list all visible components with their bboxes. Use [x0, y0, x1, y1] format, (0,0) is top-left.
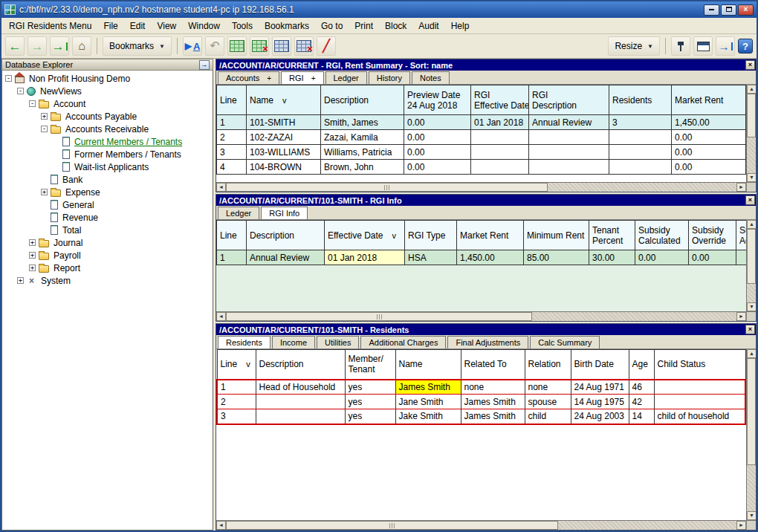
cell[interactable]: 1 — [217, 250, 247, 265]
tab-rgi[interactable]: RGI+ — [281, 71, 323, 84]
cell[interactable]: 0.00 — [672, 130, 746, 145]
column-header-description[interactable]: Description — [256, 350, 345, 380]
cell[interactable]: 0.00 — [404, 145, 471, 160]
cell[interactable]: 0.00 — [635, 250, 689, 265]
column-header-birth-date[interactable]: Birth Date — [571, 350, 629, 380]
expander-icon[interactable]: - — [17, 88, 24, 94]
scroll-left-icon[interactable]: ◄ — [216, 312, 226, 321]
tree-item-expense[interactable]: +Expense — [2, 186, 213, 198]
column-header-market-rent[interactable]: Market Rent — [672, 85, 746, 115]
cell[interactable]: 3 — [609, 115, 672, 130]
tree-item-revenue[interactable]: Revenue — [2, 211, 213, 224]
expander-icon[interactable]: + — [29, 265, 36, 271]
expander-icon[interactable]: + — [29, 252, 36, 259]
column-header-rgi-description[interactable]: RGIDescription — [529, 85, 609, 115]
tree-item-journal[interactable]: +Journal — [2, 236, 213, 249]
tab-final-adjustments[interactable]: Final Adjustments — [447, 336, 528, 348]
column-header-child-status[interactable]: Child Status — [654, 350, 745, 380]
cell[interactable]: 0.00 — [404, 115, 471, 130]
scroll-down-icon[interactable]: ▼ — [747, 302, 757, 311]
tree-item-system[interactable]: +×System — [2, 274, 213, 287]
menu-help[interactable]: Help — [445, 19, 476, 33]
cell[interactable]: HSA — [405, 250, 457, 265]
menu-bookmarks[interactable]: Bookmarks — [259, 19, 315, 33]
cell[interactable]: 24 Aug 2003 — [571, 409, 629, 424]
cell[interactable]: 0.00 — [689, 250, 736, 265]
resize-dropdown[interactable]: Resize▼ — [608, 36, 660, 56]
cell[interactable]: 104-BROWN — [247, 160, 321, 175]
cell[interactable]: 102-ZAZAI — [247, 130, 321, 145]
cell[interactable]: Annual Review — [529, 115, 609, 130]
cell[interactable]: 42 — [629, 395, 654, 409]
help-button[interactable]: ? — [738, 39, 753, 53]
scrollbar-thumb[interactable] — [226, 183, 548, 192]
tab-rgi-info[interactable]: RGI Info — [261, 207, 308, 219]
cell[interactable] — [529, 145, 609, 160]
scrollbar-thumb[interactable] — [226, 312, 532, 321]
cell[interactable] — [654, 395, 745, 409]
tab-accounts[interactable]: Accounts+ — [218, 71, 279, 84]
cell[interactable] — [609, 130, 672, 145]
cell[interactable] — [471, 145, 529, 160]
cell[interactable]: none — [461, 380, 525, 395]
tab-plus-icon[interactable]: + — [267, 74, 271, 82]
tab-utilities[interactable]: Utilities — [317, 336, 359, 348]
column-header-effective-date[interactable]: Effective Datev — [325, 221, 405, 250]
cell[interactable]: 0.00 — [404, 160, 471, 175]
cell[interactable] — [256, 395, 345, 409]
scrollbar-thumb[interactable] — [747, 229, 756, 284]
expander-icon[interactable]: - — [29, 100, 36, 107]
tab-ledger[interactable]: Ledger — [218, 207, 259, 219]
scroll-up-icon[interactable]: ▲ — [747, 85, 757, 94]
cell[interactable]: 01 Jan 2018 — [325, 250, 405, 265]
cell[interactable]: Brown, John — [321, 160, 404, 175]
cell[interactable] — [529, 130, 609, 145]
window-layout-button[interactable] — [693, 36, 713, 56]
scroll-left-icon[interactable]: ◄ — [216, 183, 226, 192]
maximize-button[interactable] — [721, 4, 736, 16]
tab-additional-charges[interactable]: Additional Charges — [360, 336, 446, 348]
tree-item-payroll[interactable]: +Payroll — [2, 249, 213, 262]
bookmarks-dropdown[interactable]: Bookmarks▼ — [103, 36, 172, 56]
tree-item-non-profit-housing-demo[interactable]: -Non Profit Housing Demo — [2, 72, 213, 85]
scroll-right-icon[interactable]: ► — [736, 183, 746, 192]
menu-print[interactable]: Print — [349, 19, 379, 33]
tree-item-account[interactable]: -Account — [2, 97, 213, 110]
menu-goto[interactable]: Go to — [315, 19, 349, 33]
menu-audit[interactable]: Audit — [412, 19, 444, 33]
cell[interactable]: 14 — [629, 409, 654, 424]
undo-button[interactable]: ↶ — [205, 36, 224, 56]
tab-residents[interactable]: Residents — [218, 336, 271, 348]
horizontal-scrollbar[interactable]: ◄ ► — [216, 311, 756, 321]
cell[interactable] — [471, 130, 529, 145]
tree-item-total[interactable]: Total — [2, 224, 213, 236]
scroll-left-icon[interactable]: ◄ — [216, 521, 226, 530]
column-header-relation[interactable]: Relation — [525, 350, 571, 380]
cell[interactable] — [529, 160, 609, 175]
menu-rgi-residents[interactable]: RGI Residents Menu — [3, 19, 97, 33]
scrollbar-thumb[interactable] — [226, 521, 558, 530]
split-view-button[interactable]: → — [716, 36, 735, 56]
cell[interactable]: 0.00 — [672, 145, 746, 160]
column-header-line[interactable]: Line — [217, 221, 247, 250]
cell[interactable]: 14 Aug 1975 — [571, 395, 629, 409]
tree-item-report[interactable]: +Report — [2, 262, 213, 274]
cell[interactable]: child — [525, 409, 571, 424]
cell[interactable]: 1 — [217, 380, 256, 395]
menu-window[interactable]: Window — [182, 19, 226, 33]
cell[interactable]: James Smith — [461, 409, 525, 424]
cell[interactable]: 101-SMITH — [247, 115, 321, 130]
column-header-description[interactable]: Description — [321, 85, 404, 115]
cell[interactable]: 1,450.00 — [457, 250, 524, 265]
scroll-down-icon[interactable]: ▼ — [747, 173, 757, 182]
column-header-line[interactable]: Line — [217, 85, 247, 115]
pin-button[interactable] — [671, 36, 690, 56]
cell[interactable]: 3 — [217, 409, 256, 424]
cell[interactable]: yes — [345, 395, 395, 409]
menu-file[interactable]: File — [97, 19, 123, 33]
cell[interactable] — [654, 380, 745, 395]
tree-item-accounts-receivable[interactable]: -Accounts Receivable — [2, 123, 213, 135]
menu-edit[interactable]: Edit — [124, 19, 152, 33]
cell[interactable]: 0.00 — [672, 160, 746, 175]
collapse-explorer-button[interactable]: → — [199, 60, 210, 70]
